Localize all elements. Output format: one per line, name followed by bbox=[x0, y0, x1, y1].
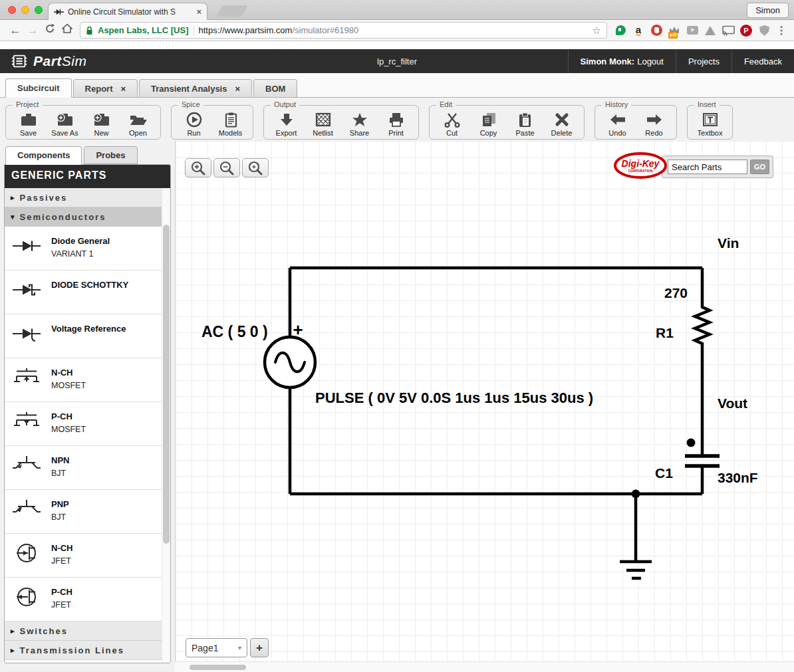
crown-extension-icon[interactable]: off bbox=[668, 24, 681, 37]
part-nch-jfet[interactable]: N-CHJFET bbox=[5, 534, 170, 578]
forward-icon[interactable]: → bbox=[24, 24, 41, 37]
back-icon[interactable]: ← bbox=[7, 24, 24, 37]
vout-net-label[interactable]: Vout bbox=[718, 395, 747, 411]
feedback-link[interactable]: Feedback bbox=[731, 49, 794, 73]
part-nch-mosfet[interactable]: N-CHMOSFET bbox=[5, 358, 170, 402]
address-bar[interactable]: Aspen Labs, LLC [US] https://www.partsim… bbox=[80, 22, 607, 39]
vin-net-label[interactable]: Vin bbox=[718, 235, 739, 251]
bookmark-star-icon[interactable]: ☆ bbox=[593, 25, 601, 37]
share-button[interactable]: Share bbox=[341, 111, 378, 137]
resistor-value-label[interactable]: 270 bbox=[664, 285, 688, 300]
tab-transient-analysis[interactable]: Transient Analysis× bbox=[139, 79, 252, 97]
ground-symbol[interactable] bbox=[620, 494, 652, 578]
export-button[interactable]: Export bbox=[268, 111, 305, 137]
tab-subcircuit[interactable]: Subcircuit bbox=[5, 78, 72, 98]
tab-bom[interactable]: BOM bbox=[253, 79, 297, 97]
redo-button[interactable]: Redo bbox=[636, 111, 672, 137]
netlist-button[interactable]: Netlist bbox=[305, 111, 341, 137]
hangouts-extension-icon[interactable] bbox=[614, 24, 627, 37]
section-semiconductors[interactable]: ▾ Semiconductors bbox=[5, 207, 170, 227]
group-legend: Spice bbox=[178, 100, 203, 108]
window-close-button[interactable] bbox=[8, 6, 16, 14]
run-button[interactable]: Run bbox=[176, 111, 212, 137]
new-tab-button[interactable] bbox=[216, 5, 247, 17]
models-button[interactable]: Models bbox=[212, 111, 249, 137]
print-button[interactable]: Print bbox=[378, 111, 414, 137]
part-diode-schottky[interactable]: DIODE SCHOTTKY bbox=[5, 271, 170, 314]
document-title: lp_rc_filter bbox=[377, 56, 417, 66]
part-pnp-bjt[interactable]: PNPBJT bbox=[5, 490, 170, 534]
window-minimize-button[interactable] bbox=[21, 6, 29, 14]
capacitor-name-label[interactable]: C1 bbox=[655, 465, 673, 481]
video-extension-icon[interactable] bbox=[686, 24, 699, 37]
browser-tab[interactable]: Online Circuit Simulator with S × bbox=[48, 3, 207, 20]
caret-right-icon: ▸ bbox=[11, 627, 15, 635]
delete-icon bbox=[552, 111, 572, 128]
tab-components[interactable]: Components bbox=[5, 146, 82, 165]
horizontal-scrollbar-thumb[interactable] bbox=[190, 665, 246, 670]
zener-diode-icon bbox=[10, 322, 51, 348]
paste-button[interactable]: Paste bbox=[507, 111, 543, 137]
pulse-label[interactable]: PULSE ( 0V 5V 0.0S 1us 1us 15us 30us ) bbox=[315, 390, 593, 406]
shield-extension-icon[interactable] bbox=[757, 24, 771, 37]
resistor-name-label[interactable]: R1 bbox=[656, 325, 674, 340]
tab-probes[interactable]: Probes bbox=[84, 146, 137, 164]
delete-button[interactable]: Delete bbox=[543, 111, 580, 137]
url-text[interactable]: https://www.partsim.com/simulator#61980 bbox=[199, 25, 588, 35]
ac-source-label[interactable]: AC ( 5 0 ) bbox=[201, 323, 268, 340]
circuit-drawing[interactable]: AC ( 5 0 ) + PULSE ( 0V 5V 0.0S 1us 1us … bbox=[176, 141, 794, 661]
save-as-button[interactable]: Save As bbox=[47, 111, 83, 137]
pinterest-extension-icon[interactable]: P bbox=[739, 24, 753, 37]
browser-profile-button[interactable]: Simon bbox=[747, 3, 789, 18]
capacitor-value-label[interactable]: 330nF bbox=[718, 470, 758, 485]
browser-menu-icon[interactable]: ⋮ bbox=[775, 24, 787, 37]
reload-icon[interactable] bbox=[41, 23, 59, 37]
close-tab-icon[interactable]: × bbox=[120, 84, 126, 94]
toolbar-group-insert: Insert Textbox bbox=[687, 105, 733, 140]
resistor-symbol[interactable] bbox=[695, 268, 710, 456]
amazon-extension-icon[interactable]: a bbox=[632, 24, 645, 37]
tab-report[interactable]: Report× bbox=[73, 79, 138, 97]
cast-extension-icon[interactable] bbox=[722, 24, 735, 37]
cut-button[interactable]: Cut bbox=[434, 111, 470, 137]
close-tab-icon[interactable]: × bbox=[235, 84, 240, 94]
schematic-canvas[interactable]: GO Digi-Key CORPORATION AC ( 5 0 ) + PUL… bbox=[175, 141, 794, 661]
logout-link[interactable]: Simon Monk:Logout bbox=[568, 49, 676, 73]
sidebar-scrollbar[interactable] bbox=[162, 188, 170, 663]
caret-right-icon: ▸ bbox=[11, 193, 15, 202]
sidebar-scrollbar-thumb[interactable] bbox=[163, 225, 170, 544]
open-button[interactable]: Open bbox=[120, 111, 156, 137]
window-zoom-button[interactable] bbox=[35, 6, 43, 14]
part-pch-mosfet[interactable]: P-CHMOSFET bbox=[5, 402, 170, 446]
undo-button[interactable]: Undo bbox=[599, 111, 636, 137]
part-pch-jfet[interactable]: P-CHJFET bbox=[5, 578, 170, 621]
home-icon[interactable] bbox=[59, 23, 76, 37]
part-npn-bjt[interactable]: NPNBJT bbox=[5, 446, 170, 490]
part-voltage-reference[interactable]: Voltage Reference bbox=[5, 314, 170, 358]
extensions-row: a off P ⋮ bbox=[614, 24, 787, 37]
section-switches[interactable]: ▸ Switches bbox=[5, 621, 170, 641]
undo-icon bbox=[608, 111, 628, 128]
tab-close-icon[interactable]: × bbox=[196, 7, 201, 17]
add-page-button[interactable]: + bbox=[250, 638, 269, 657]
site-security-label[interactable]: Aspen Labs, LLC [US] bbox=[98, 25, 189, 35]
projects-link[interactable]: Projects bbox=[676, 49, 731, 73]
run-icon bbox=[184, 111, 204, 128]
page-selector[interactable]: Page1 ▾ bbox=[186, 638, 247, 657]
horizontal-scrollbar[interactable] bbox=[175, 661, 794, 672]
textbox-button[interactable]: Textbox bbox=[692, 111, 728, 137]
partsim-logo[interactable]: PartSim bbox=[0, 53, 87, 70]
new-button[interactable]: New bbox=[83, 111, 120, 137]
adblock-extension-icon[interactable] bbox=[650, 24, 663, 37]
section-passives[interactable]: ▸ Passives bbox=[5, 188, 170, 207]
extension-off-badge: off bbox=[668, 32, 678, 39]
part-diode-general[interactable]: Diode GeneralVARIANT 1 bbox=[5, 227, 170, 271]
main-toolbar: Project Save Save As New Open Spice bbox=[0, 98, 794, 141]
drive-extension-icon[interactable] bbox=[704, 24, 717, 37]
save-as-icon bbox=[55, 111, 75, 128]
save-button[interactable]: Save bbox=[10, 111, 47, 137]
section-transmission-lines[interactable]: ▸ Transmission Lines bbox=[5, 641, 170, 660]
copy-button[interactable]: Copy bbox=[470, 111, 507, 137]
caret-down-icon: ▾ bbox=[11, 213, 15, 221]
print-icon bbox=[386, 111, 406, 128]
